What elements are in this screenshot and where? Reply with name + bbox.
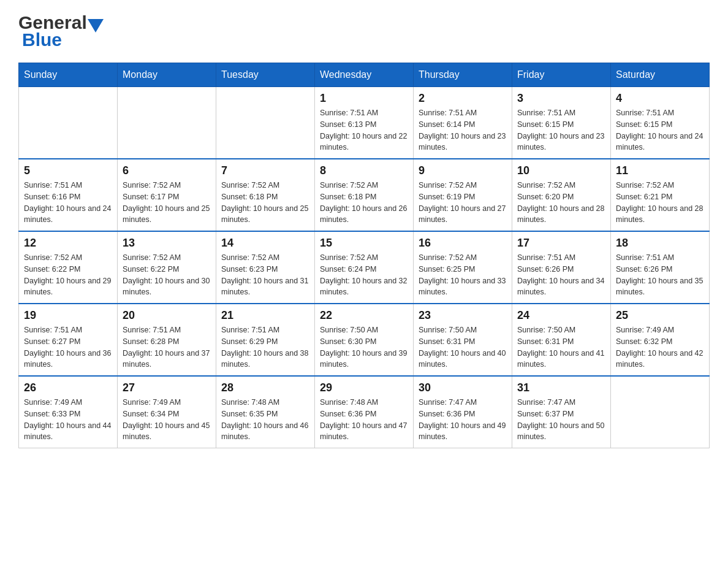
day-info: Sunrise: 7:52 AMSunset: 6:25 PMDaylight:… xyxy=(419,252,507,298)
calendar-cell: 16Sunrise: 7:52 AMSunset: 6:25 PMDayligh… xyxy=(414,231,512,304)
day-info: Sunrise: 7:49 AMSunset: 6:33 PMDaylight:… xyxy=(24,397,112,443)
day-number: 8 xyxy=(320,164,408,177)
day-info: Sunrise: 7:51 AMSunset: 6:13 PMDaylight:… xyxy=(320,107,408,153)
day-info: Sunrise: 7:52 AMSunset: 6:21 PMDaylight:… xyxy=(616,180,704,226)
day-number: 22 xyxy=(320,309,408,322)
calendar-cell: 1Sunrise: 7:51 AMSunset: 6:13 PMDaylight… xyxy=(315,87,414,159)
calendar-cell xyxy=(611,376,710,448)
day-number: 12 xyxy=(24,237,112,250)
day-number: 3 xyxy=(517,92,605,105)
day-info: Sunrise: 7:52 AMSunset: 6:18 PMDaylight:… xyxy=(320,180,408,226)
day-info: Sunrise: 7:50 AMSunset: 6:30 PMDaylight:… xyxy=(320,324,408,370)
day-info: Sunrise: 7:51 AMSunset: 6:15 PMDaylight:… xyxy=(517,107,605,153)
day-number: 15 xyxy=(320,237,408,250)
calendar-cell: 2Sunrise: 7:51 AMSunset: 6:14 PMDaylight… xyxy=(414,87,512,159)
calendar-cell: 17Sunrise: 7:51 AMSunset: 6:26 PMDayligh… xyxy=(512,231,611,304)
calendar-cell: 15Sunrise: 7:52 AMSunset: 6:24 PMDayligh… xyxy=(315,231,414,304)
calendar-cell: 5Sunrise: 7:51 AMSunset: 6:16 PMDaylight… xyxy=(19,159,118,231)
calendar-cell xyxy=(216,87,315,159)
header: General Blue xyxy=(18,12,710,50)
day-number: 4 xyxy=(616,92,704,105)
day-number: 2 xyxy=(419,92,507,105)
day-number: 14 xyxy=(221,237,309,250)
calendar-cell: 14Sunrise: 7:52 AMSunset: 6:23 PMDayligh… xyxy=(216,231,315,304)
calendar-cell: 30Sunrise: 7:47 AMSunset: 6:36 PMDayligh… xyxy=(414,376,512,448)
day-number: 27 xyxy=(123,381,211,394)
day-number: 18 xyxy=(616,237,704,250)
weekday-header-monday: Monday xyxy=(118,63,216,87)
day-number: 29 xyxy=(320,381,408,394)
day-info: Sunrise: 7:52 AMSunset: 6:19 PMDaylight:… xyxy=(419,180,507,226)
calendar-cell: 10Sunrise: 7:52 AMSunset: 6:20 PMDayligh… xyxy=(512,159,611,231)
day-info: Sunrise: 7:49 AMSunset: 6:32 PMDaylight:… xyxy=(616,324,704,370)
day-info: Sunrise: 7:52 AMSunset: 6:23 PMDaylight:… xyxy=(221,252,309,298)
day-info: Sunrise: 7:51 AMSunset: 6:28 PMDaylight:… xyxy=(123,324,211,370)
day-number: 20 xyxy=(123,309,211,322)
calendar-cell: 7Sunrise: 7:52 AMSunset: 6:18 PMDaylight… xyxy=(216,159,315,231)
calendar-cell: 27Sunrise: 7:49 AMSunset: 6:34 PMDayligh… xyxy=(118,376,216,448)
day-number: 23 xyxy=(419,309,507,322)
weekday-header-wednesday: Wednesday xyxy=(315,63,414,87)
day-number: 26 xyxy=(24,381,112,394)
day-info: Sunrise: 7:50 AMSunset: 6:31 PMDaylight:… xyxy=(419,324,507,370)
calendar-cell: 12Sunrise: 7:52 AMSunset: 6:22 PMDayligh… xyxy=(19,231,118,304)
logo-arrow-icon xyxy=(88,19,104,33)
day-info: Sunrise: 7:48 AMSunset: 6:35 PMDaylight:… xyxy=(221,397,309,443)
day-info: Sunrise: 7:51 AMSunset: 6:14 PMDaylight:… xyxy=(419,107,507,153)
day-info: Sunrise: 7:51 AMSunset: 6:26 PMDaylight:… xyxy=(616,252,704,298)
day-number: 24 xyxy=(517,309,605,322)
weekday-header-sunday: Sunday xyxy=(19,63,118,87)
day-info: Sunrise: 7:47 AMSunset: 6:37 PMDaylight:… xyxy=(517,397,605,443)
day-info: Sunrise: 7:51 AMSunset: 6:27 PMDaylight:… xyxy=(24,324,112,370)
calendar-cell: 19Sunrise: 7:51 AMSunset: 6:27 PMDayligh… xyxy=(19,304,118,376)
day-info: Sunrise: 7:50 AMSunset: 6:31 PMDaylight:… xyxy=(517,324,605,370)
day-number: 19 xyxy=(24,309,112,322)
day-info: Sunrise: 7:52 AMSunset: 6:22 PMDaylight:… xyxy=(123,252,211,298)
weekday-header-thursday: Thursday xyxy=(414,63,512,87)
day-info: Sunrise: 7:48 AMSunset: 6:36 PMDaylight:… xyxy=(320,397,408,443)
day-number: 11 xyxy=(616,164,704,177)
calendar-cell: 21Sunrise: 7:51 AMSunset: 6:29 PMDayligh… xyxy=(216,304,315,376)
day-number: 28 xyxy=(221,381,309,394)
calendar-cell xyxy=(19,87,118,159)
calendar-cell: 25Sunrise: 7:49 AMSunset: 6:32 PMDayligh… xyxy=(611,304,710,376)
day-info: Sunrise: 7:52 AMSunset: 6:24 PMDaylight:… xyxy=(320,252,408,298)
day-info: Sunrise: 7:51 AMSunset: 6:26 PMDaylight:… xyxy=(517,252,605,298)
day-info: Sunrise: 7:51 AMSunset: 6:15 PMDaylight:… xyxy=(616,107,704,153)
day-number: 10 xyxy=(517,164,605,177)
calendar-cell: 26Sunrise: 7:49 AMSunset: 6:33 PMDayligh… xyxy=(19,376,118,448)
day-info: Sunrise: 7:51 AMSunset: 6:16 PMDaylight:… xyxy=(24,180,112,226)
day-info: Sunrise: 7:52 AMSunset: 6:18 PMDaylight:… xyxy=(221,180,309,226)
calendar-cell: 29Sunrise: 7:48 AMSunset: 6:36 PMDayligh… xyxy=(315,376,414,448)
day-number: 16 xyxy=(419,237,507,250)
calendar-cell: 24Sunrise: 7:50 AMSunset: 6:31 PMDayligh… xyxy=(512,304,611,376)
weekday-header-saturday: Saturday xyxy=(611,63,710,87)
day-info: Sunrise: 7:47 AMSunset: 6:36 PMDaylight:… xyxy=(419,397,507,443)
day-number: 17 xyxy=(517,237,605,250)
calendar-cell: 18Sunrise: 7:51 AMSunset: 6:26 PMDayligh… xyxy=(611,231,710,304)
logo: General Blue xyxy=(18,12,104,50)
calendar-cell: 13Sunrise: 7:52 AMSunset: 6:22 PMDayligh… xyxy=(118,231,216,304)
day-number: 25 xyxy=(616,309,704,322)
day-info: Sunrise: 7:52 AMSunset: 6:17 PMDaylight:… xyxy=(123,180,211,226)
day-info: Sunrise: 7:51 AMSunset: 6:29 PMDaylight:… xyxy=(221,324,309,370)
weekday-header-friday: Friday xyxy=(512,63,611,87)
calendar-cell: 9Sunrise: 7:52 AMSunset: 6:19 PMDaylight… xyxy=(414,159,512,231)
day-number: 13 xyxy=(123,237,211,250)
calendar-cell: 31Sunrise: 7:47 AMSunset: 6:37 PMDayligh… xyxy=(512,376,611,448)
day-number: 9 xyxy=(419,164,507,177)
day-number: 1 xyxy=(320,92,408,105)
weekday-header-tuesday: Tuesday xyxy=(216,63,315,87)
calendar-cell: 3Sunrise: 7:51 AMSunset: 6:15 PMDaylight… xyxy=(512,87,611,159)
day-info: Sunrise: 7:52 AMSunset: 6:20 PMDaylight:… xyxy=(517,180,605,226)
calendar-cell: 4Sunrise: 7:51 AMSunset: 6:15 PMDaylight… xyxy=(611,87,710,159)
calendar-cell: 20Sunrise: 7:51 AMSunset: 6:28 PMDayligh… xyxy=(118,304,216,376)
day-number: 31 xyxy=(517,381,605,394)
calendar-cell: 11Sunrise: 7:52 AMSunset: 6:21 PMDayligh… xyxy=(611,159,710,231)
day-number: 21 xyxy=(221,309,309,322)
day-number: 30 xyxy=(419,381,507,394)
calendar-cell: 8Sunrise: 7:52 AMSunset: 6:18 PMDaylight… xyxy=(315,159,414,231)
day-number: 7 xyxy=(221,164,309,177)
calendar-cell: 23Sunrise: 7:50 AMSunset: 6:31 PMDayligh… xyxy=(414,304,512,376)
calendar-cell xyxy=(118,87,216,159)
